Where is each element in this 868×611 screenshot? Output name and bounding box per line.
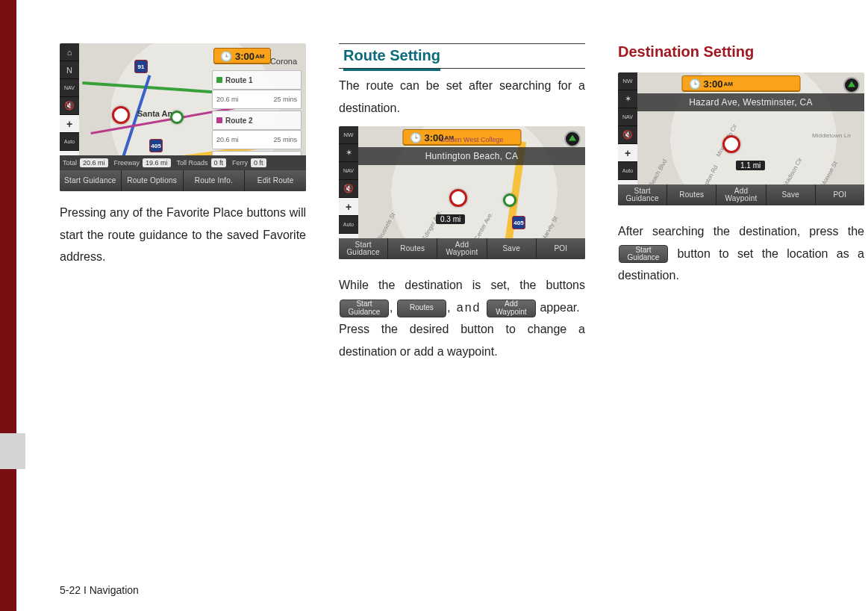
add-waypoint-button[interactable]: Add Waypoint (716, 184, 766, 205)
swatch-icon (216, 77, 222, 83)
mute-icon[interactable]: 🔇 (618, 126, 637, 144)
route-setting-title: Route Setting (339, 43, 585, 69)
compass-rose-icon[interactable] (843, 77, 860, 93)
target-pin (449, 189, 467, 207)
route-info-button[interactable]: Route Info. (184, 170, 246, 191)
poi-button[interactable]: POI (816, 184, 864, 205)
compass-icon[interactable]: ✶ (618, 90, 637, 108)
column-1: 91 405 Corona Santa Ana ⌂ N NAV 🔇 + Auto… (60, 43, 306, 581)
inline-start-guidance-button[interactable]: Start Guidance (340, 300, 389, 317)
shield-405: 405 (149, 139, 163, 152)
inline-add-waypoint-button[interactable]: Add Waypoint (487, 300, 536, 317)
route-setting-screenshot: 405 Brussels St Edinger Ave. Center Ave.… (339, 126, 585, 259)
compass-icon[interactable]: ✶ (339, 144, 358, 162)
favorite-route-screenshot: 91 405 Corona Santa Ana ⌂ N NAV 🔇 + Auto… (60, 43, 306, 191)
location-label: Huntington Beach, CA (358, 147, 585, 165)
edit-route-button[interactable]: Edit Route (245, 170, 306, 191)
save-button[interactable]: Save (766, 184, 816, 205)
shield-405: 405 (512, 216, 525, 229)
column-3: Destination Setting Beach Blvd Monticell… (618, 43, 864, 581)
destination-setting-para: After searching the destination, press t… (618, 220, 864, 287)
heading-icon[interactable]: NW (339, 126, 358, 144)
route-card-1-detail: 20.6 mi 25 mins (212, 90, 302, 109)
destination-setting-title: Destination Setting (618, 43, 864, 65)
route-card-1[interactable]: Route 1 (212, 70, 302, 90)
clock-suffix: AM (255, 53, 264, 60)
zoom-in-icon[interactable]: + (618, 144, 637, 162)
route-name: Route 1 (225, 76, 297, 84)
clock-time: 3:00 (235, 51, 255, 62)
route-setting-para2: While the destination is set, the button… (339, 274, 585, 318)
side-red-strip (0, 0, 16, 611)
clock-chip: 🕒 3:00 AM (403, 129, 522, 146)
distance-badge: 1.1 mi (736, 161, 765, 170)
start-guidance-button[interactable]: Start Guidance (60, 170, 122, 191)
auto-zoom-icon[interactable]: Auto (618, 162, 637, 180)
add-waypoint-button[interactable]: Add Waypoint (437, 238, 487, 259)
route-stats-bar: Total 20.6 mi Freeway 19.6 mi Toll Roads… (60, 155, 306, 170)
zoom-in-icon[interactable]: + (339, 198, 358, 216)
dest-pin (170, 111, 184, 124)
routes-button[interactable]: Routes (667, 184, 716, 205)
destination-setting-screenshot: Beach Blvd Monticello Cir Lepton Rd Madi… (618, 72, 864, 205)
side-grey-tab (0, 433, 25, 469)
location-label: Hazard Ave, Westminster, CA (637, 93, 864, 111)
destination-bottom-bar: Start Guidance Routes Add Waypoint Save … (618, 184, 864, 205)
save-button[interactable]: Save (487, 238, 537, 259)
page-footer: 5-22 I Navigation (60, 584, 139, 596)
street-label: Middletown Ln (812, 132, 851, 139)
poi-button[interactable]: POI (537, 238, 585, 259)
home-icon[interactable]: ⌂ (60, 43, 79, 61)
route-setting-intro: The route can be set after searching for… (339, 75, 585, 119)
favorite-caption: Pressing any of the Favorite Place butto… (60, 202, 306, 268)
nav-mode-icon[interactable]: NAV (60, 79, 79, 97)
inline-start-guidance-button[interactable]: Start Guidance (619, 245, 668, 263)
shield-91: 91 (134, 60, 148, 73)
route-options-button[interactable]: Route Options (122, 170, 184, 191)
route-setting-para3: Press the desired button to change a des… (339, 318, 585, 362)
route-name: Route 2 (225, 117, 297, 125)
clock-chip: 🕒 3:00 AM (682, 75, 801, 92)
city-label-corona: Corona (270, 57, 297, 66)
north-icon[interactable]: N (60, 61, 79, 79)
start-guidance-button[interactable]: Start Guidance (618, 184, 667, 205)
start-guidance-button[interactable]: Start Guidance (339, 238, 388, 259)
routes-button[interactable]: Routes (388, 238, 437, 259)
inline-routes-button[interactable]: Routes (397, 300, 446, 317)
heading-icon[interactable]: NW (618, 72, 637, 90)
column-2: Route Setting The route can be set after… (339, 43, 585, 581)
distance-badge: 0.3 mi (436, 214, 465, 224)
route-card-2-detail: 20.6 mi 25 mins (212, 130, 302, 149)
swatch-icon (216, 117, 222, 123)
nav-mode-icon[interactable]: NAV (339, 162, 358, 180)
clock-chip: 🕒 3:00 AM (213, 48, 271, 64)
auto-zoom-icon[interactable]: Auto (60, 133, 79, 151)
route-card-2[interactable]: Route 2 (212, 111, 302, 130)
origin-pin (112, 106, 130, 124)
mute-icon[interactable]: 🔇 (339, 180, 358, 198)
nav-mode-icon[interactable]: NAV (618, 108, 637, 126)
route-bottom-bar: Start Guidance Route Options Route Info.… (60, 170, 306, 191)
auto-zoom-icon[interactable]: Auto (339, 216, 358, 234)
mute-icon[interactable]: 🔇 (60, 97, 79, 115)
target-pin (722, 135, 740, 153)
route-setting-bottom-bar: Start Guidance Routes Add Waypoint Save … (339, 238, 585, 259)
zoom-in-icon[interactable]: + (60, 115, 79, 133)
